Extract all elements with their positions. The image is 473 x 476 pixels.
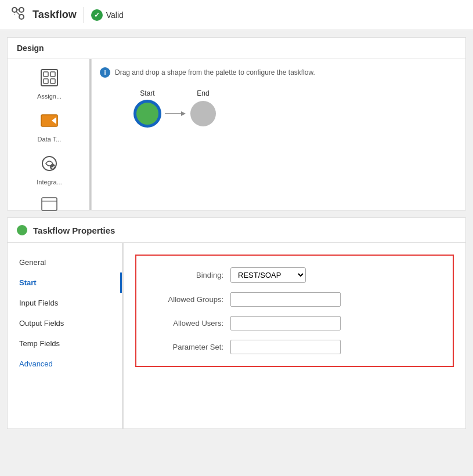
nav-item-temp-fields[interactable]: Temp Fields bbox=[8, 333, 122, 354]
design-section: Design Assign... bbox=[7, 37, 466, 210]
data-transform-icon bbox=[40, 111, 59, 133]
svg-rect-9 bbox=[44, 79, 48, 83]
properties-body: General Start Input Fields Output Fields… bbox=[8, 243, 465, 428]
svg-marker-18 bbox=[181, 111, 186, 116]
design-body: Assign... Data T... bbox=[8, 59, 465, 210]
palette-label-integrate: Integra... bbox=[37, 179, 62, 186]
header-divider bbox=[84, 7, 84, 23]
palette-label-data: Data T... bbox=[38, 136, 62, 143]
nav-item-advanced[interactable]: Advanced bbox=[8, 354, 122, 374]
svg-rect-8 bbox=[50, 72, 55, 77]
start-label: Start bbox=[140, 89, 154, 97]
palette-item-integrate[interactable]: Integra... bbox=[8, 150, 91, 190]
misc-icon bbox=[41, 197, 57, 215]
properties-content: Binding: REST/SOAP SOAP REST Allowed Gro… bbox=[124, 243, 465, 428]
allowed-users-input[interactable] bbox=[230, 316, 341, 330]
start-circle bbox=[135, 101, 160, 126]
parameter-set-row: Parameter Set: bbox=[148, 340, 441, 354]
flow-arrow bbox=[165, 109, 186, 118]
palette-item-misc[interactable] bbox=[8, 192, 91, 221]
palette-item-data-transform[interactable]: Data T... bbox=[8, 107, 91, 147]
properties-title: Taskflow Properties bbox=[33, 226, 115, 235]
integrate-icon bbox=[40, 154, 59, 176]
design-section-header: Design bbox=[8, 38, 465, 59]
end-circle bbox=[190, 101, 216, 126]
nav-item-input-fields[interactable]: Input Fields bbox=[8, 293, 122, 313]
properties-nav: General Start Input Fields Output Fields… bbox=[8, 243, 124, 428]
info-message: Drag and drop a shape from the palette t… bbox=[115, 68, 315, 77]
allowed-users-row: Allowed Users: bbox=[148, 316, 441, 330]
binding-label: Binding: bbox=[148, 271, 223, 279]
palette-label-assign: Assign... bbox=[37, 93, 62, 100]
properties-status-icon bbox=[17, 225, 27, 235]
start-form: Binding: REST/SOAP SOAP REST Allowed Gro… bbox=[135, 255, 454, 367]
svg-point-14 bbox=[50, 164, 56, 170]
parameter-set-label: Parameter Set: bbox=[148, 343, 223, 351]
svg-rect-15 bbox=[42, 198, 57, 210]
allowed-groups-input[interactable] bbox=[230, 292, 341, 307]
nav-item-output-fields[interactable]: Output Fields bbox=[8, 313, 122, 333]
valid-label: Valid bbox=[106, 10, 124, 20]
svg-rect-10 bbox=[50, 79, 55, 83]
main-container: Design Assign... bbox=[0, 37, 473, 429]
app-title: Taskflow bbox=[33, 9, 77, 21]
nav-item-general[interactable]: General bbox=[8, 252, 122, 272]
app-header: Taskflow ✓ Valid bbox=[0, 0, 473, 30]
allowed-groups-label: Allowed Groups: bbox=[148, 295, 223, 304]
properties-header: Taskflow Properties bbox=[8, 218, 465, 243]
binding-select[interactable]: REST/SOAP SOAP REST bbox=[230, 267, 306, 283]
flow-diagram: Start End bbox=[100, 89, 457, 126]
svg-line-5 bbox=[16, 12, 20, 15]
end-label: End bbox=[197, 89, 209, 97]
svg-point-0 bbox=[12, 8, 17, 12]
valid-icon: ✓ bbox=[91, 9, 103, 21]
nav-item-start[interactable]: Start bbox=[8, 272, 122, 293]
allowed-users-label: Allowed Users: bbox=[148, 319, 223, 328]
svg-point-1 bbox=[19, 14, 24, 19]
info-icon: i bbox=[100, 67, 110, 78]
shape-palette: Assign... Data T... bbox=[8, 59, 92, 210]
info-bar: i Drag and drop a shape from the palette… bbox=[100, 67, 457, 78]
valid-badge: ✓ Valid bbox=[91, 9, 124, 21]
assign-icon bbox=[40, 68, 59, 90]
end-node: End bbox=[190, 89, 216, 126]
svg-point-2 bbox=[19, 8, 24, 12]
svg-rect-7 bbox=[44, 72, 48, 77]
properties-section: Taskflow Properties General Start Input … bbox=[7, 217, 466, 429]
design-label: Design bbox=[17, 43, 44, 53]
start-node: Start bbox=[135, 89, 160, 126]
binding-row: Binding: REST/SOAP SOAP REST bbox=[148, 267, 441, 283]
canvas-area: i Drag and drop a shape from the palette… bbox=[92, 59, 465, 210]
parameter-set-input[interactable] bbox=[230, 340, 341, 354]
palette-separator bbox=[89, 59, 91, 210]
allowed-groups-row: Allowed Groups: bbox=[148, 292, 441, 307]
taskflow-icon bbox=[10, 6, 26, 24]
palette-item-assign[interactable]: Assign... bbox=[8, 64, 91, 104]
